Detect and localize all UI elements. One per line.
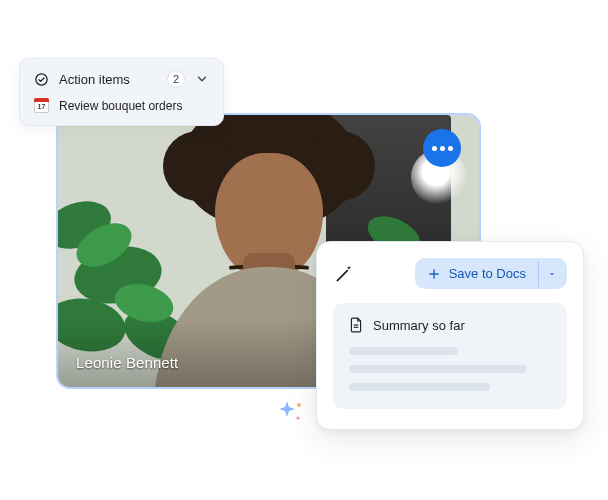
document-icon bbox=[349, 317, 363, 333]
check-circle-icon bbox=[34, 72, 49, 87]
summary-skeleton bbox=[349, 347, 551, 391]
action-items-title: Action items bbox=[59, 72, 157, 87]
summary-heading: Summary so far bbox=[373, 318, 465, 333]
action-item-text: Review bouquet orders bbox=[59, 99, 182, 113]
plus-icon bbox=[427, 267, 441, 281]
svg-point-15 bbox=[296, 416, 299, 419]
svg-point-14 bbox=[297, 403, 301, 407]
summary-card: Save to Docs Summary so far bbox=[316, 241, 584, 430]
chevron-down-icon[interactable] bbox=[195, 72, 209, 86]
svg-point-9 bbox=[36, 73, 47, 84]
magic-wand-icon bbox=[333, 263, 355, 285]
action-items-card[interactable]: Action items 2 17 Review bouquet orders bbox=[19, 58, 224, 126]
sparkle-icon bbox=[275, 395, 307, 427]
save-to-docs-button[interactable]: Save to Docs bbox=[415, 258, 538, 289]
more-options-button[interactable] bbox=[423, 129, 461, 167]
save-to-docs-label: Save to Docs bbox=[449, 266, 526, 281]
save-to-docs-dropdown[interactable] bbox=[538, 261, 567, 287]
save-to-docs-split-button[interactable]: Save to Docs bbox=[415, 258, 567, 289]
action-items-count: 2 bbox=[167, 70, 185, 88]
action-item-row[interactable]: 17 Review bouquet orders bbox=[34, 98, 209, 113]
summary-body: Summary so far bbox=[333, 303, 567, 409]
calendar-icon: 17 bbox=[34, 98, 49, 113]
participant-name: Leonie Bennett bbox=[76, 354, 178, 371]
